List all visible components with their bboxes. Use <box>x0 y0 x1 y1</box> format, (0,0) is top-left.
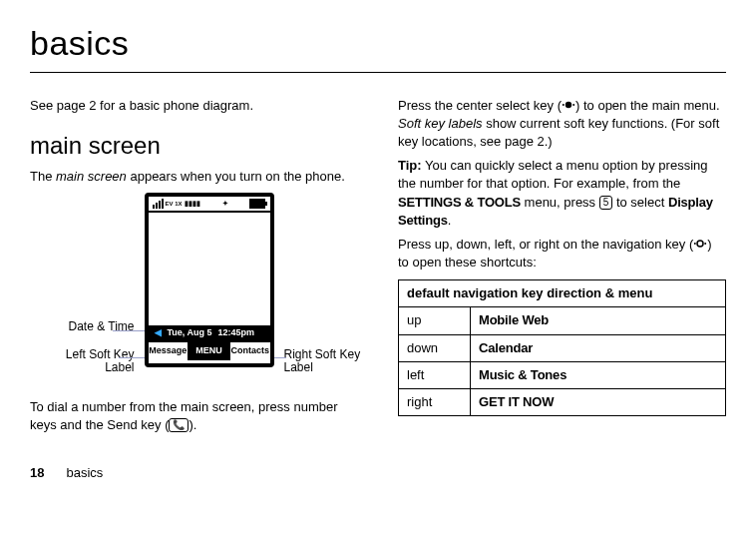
page-title: basics <box>30 20 726 68</box>
network-label: EV 1X <box>166 201 183 207</box>
table-row: left Music & Tones <box>399 361 726 388</box>
svg-point-1 <box>563 104 565 106</box>
table-row: up Mobile Web <box>399 307 726 334</box>
p1-pre: Press the center select key ( <box>398 98 562 113</box>
desc-pre: The <box>30 169 56 184</box>
left-column: See page 2 for a basic phone diagram. ma… <box>30 91 358 440</box>
menu-cell: Music & Tones <box>471 361 726 388</box>
phone-softkey-bar: Message MENU Contacts <box>149 340 270 360</box>
tip-c: to select <box>612 195 668 210</box>
svg-point-2 <box>572 104 574 106</box>
menu-cell: Mobile Web <box>471 307 726 334</box>
softkey-center: MENU <box>188 342 230 360</box>
phone-time: 12:45pm <box>218 326 255 339</box>
nav-shortcuts-table: default navigation key direction & menu … <box>398 279 726 416</box>
dir-cell: left <box>399 361 471 388</box>
battery-icon <box>249 199 265 209</box>
callout-left-softkey: Left Soft Key Label <box>35 348 135 376</box>
tip-d: . <box>448 213 452 228</box>
p3-pre: Press up, down, left, or right on the na… <box>398 237 693 252</box>
menu-cell: Calendar <box>471 334 726 361</box>
softkey-right: Contacts <box>230 342 269 360</box>
nav-key-paragraph: Press up, down, left, or right on the na… <box>398 236 726 272</box>
softkey-left: Message <box>149 342 188 360</box>
callout-right-softkey: Right Soft Key Label <box>284 348 374 376</box>
phone-date: Tue, Aug 5 <box>168 326 212 339</box>
leader-line <box>119 357 147 358</box>
phone-date-line: ◀ Tue, Aug 5 12:45pm <box>149 325 270 340</box>
page-number: 18 <box>30 465 44 480</box>
desc-post: appears when you turn on the phone. <box>127 169 345 184</box>
table-header: default navigation key direction & menu <box>399 280 726 307</box>
send-key-icon: 📞 <box>169 418 189 432</box>
center-key-paragraph: Press the center select key () to open t… <box>398 97 726 152</box>
section-heading-main-screen: main screen <box>30 129 358 163</box>
table-row: down Calendar <box>399 334 726 361</box>
p1-post: ) to open the main menu. <box>575 98 720 113</box>
dir-cell: up <box>399 307 471 334</box>
title-rule <box>30 72 726 73</box>
signal-bars-icon <box>153 199 164 209</box>
p1-ital: Soft key labels <box>398 116 483 131</box>
footer-section: basics <box>66 465 103 480</box>
intro-text: See page 2 for a basic phone diagram. <box>30 97 358 115</box>
svg-point-0 <box>566 101 571 107</box>
phone-frame: EV 1X ▮▮▮▮ ✦ ◀ Tue, Aug 5 12:45pm Messag… <box>145 193 274 367</box>
navigation-key-icon <box>693 237 707 251</box>
page-footer: 18basics <box>30 464 726 482</box>
tip-b: menu, press <box>521 195 599 210</box>
phone-diagram: Date & Time Left Soft Key Label Right So… <box>35 193 354 392</box>
tip-label: Tip: <box>398 158 422 173</box>
right-column: Press the center select key () to open t… <box>398 91 726 440</box>
arrow-left-icon: ◀ <box>155 326 162 339</box>
phone-screen-body: ◀ Tue, Aug 5 12:45pm <box>149 213 270 340</box>
tip-a: You can quickly select a menu option by … <box>398 158 708 191</box>
dial-instruction: To dial a number from the main screen, p… <box>30 398 358 434</box>
tip-paragraph: Tip: You can quickly select a menu optio… <box>398 157 726 230</box>
menu-cell: GET IT NOW <box>471 389 726 416</box>
dir-cell: right <box>399 389 471 416</box>
signal-cluster: EV 1X ▮▮▮▮ <box>153 199 200 209</box>
signal-strength-icon: ▮▮▮▮ <box>185 199 200 209</box>
center-select-key-icon <box>562 98 575 112</box>
dir-cell: down <box>399 334 471 361</box>
phone-status-bar: EV 1X ▮▮▮▮ ✦ <box>149 197 270 213</box>
svg-point-4 <box>694 243 696 245</box>
desc-ital: main screen <box>56 169 127 184</box>
dial-post: ). <box>189 417 196 432</box>
tip-menu-name: SETTINGS & TOOLS <box>398 195 521 210</box>
main-screen-description: The main screen appears when you turn on… <box>30 168 358 186</box>
digit-5-key-icon: 5 <box>599 196 613 210</box>
table-row: right GET IT NOW <box>399 389 726 416</box>
callout-date-time: Date & Time <box>35 320 135 334</box>
two-column-layout: See page 2 for a basic phone diagram. ma… <box>30 91 726 440</box>
svg-point-3 <box>697 241 703 247</box>
status-center-icon: ✦ <box>222 199 228 209</box>
